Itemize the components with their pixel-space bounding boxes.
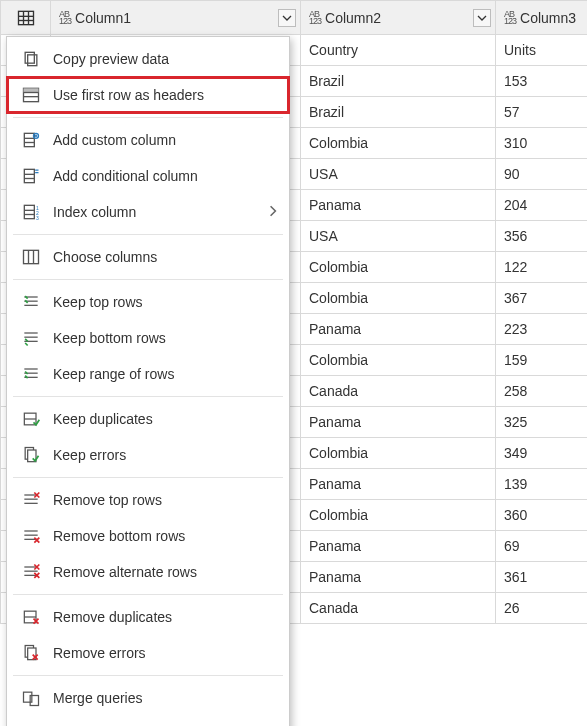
cell-col2[interactable]: Colombia — [301, 345, 496, 376]
keep-duplicates-icon — [21, 409, 41, 429]
cell-col2[interactable]: Canada — [301, 593, 496, 624]
menu-label: Index column — [53, 204, 255, 220]
column2-filter-dropdown[interactable] — [473, 9, 491, 27]
table-context-menu: Copy preview data Use first row as heade… — [6, 36, 290, 726]
menu-separator — [13, 594, 283, 595]
menu-label: Remove top rows — [53, 492, 279, 508]
cell-col2[interactable]: Panama — [301, 562, 496, 593]
column2-header[interactable]: AB123 Column2 — [301, 1, 496, 35]
cell-col3[interactable]: 26 — [496, 593, 588, 624]
cell-col3[interactable]: 361 — [496, 562, 588, 593]
cell-col3[interactable]: 204 — [496, 190, 588, 221]
svg-rect-5 — [28, 55, 37, 66]
column1-label: Column1 — [75, 10, 131, 26]
column3-header[interactable]: AB123 Column3 — [496, 1, 588, 35]
remove-errors-icon — [21, 643, 41, 663]
menu-remove-top-rows[interactable]: Remove top rows — [7, 482, 289, 518]
menu-label: Remove bottom rows — [53, 528, 279, 544]
cell-col3[interactable]: Units — [496, 35, 588, 66]
cell-col2[interactable]: Brazil — [301, 66, 496, 97]
promote-headers-icon — [21, 85, 41, 105]
menu-label: Use first row as headers — [53, 87, 279, 103]
cell-col3[interactable]: 69 — [496, 531, 588, 562]
svg-rect-11 — [24, 133, 34, 146]
menu-label: Copy preview data — [53, 51, 279, 67]
cell-col2[interactable]: Canada — [301, 376, 496, 407]
keep-bottom-rows-icon — [21, 328, 41, 348]
cell-col3[interactable]: 139 — [496, 469, 588, 500]
menu-append-queries[interactable]: Append queries — [7, 716, 289, 726]
menu-label: Keep duplicates — [53, 411, 279, 427]
column1-filter-dropdown[interactable] — [278, 9, 296, 27]
cell-col3[interactable]: 325 — [496, 407, 588, 438]
menu-label: Choose columns — [53, 249, 279, 265]
conditional-column-icon — [21, 166, 41, 186]
cell-col2[interactable]: Brazil — [301, 97, 496, 128]
menu-label: Keep top rows — [53, 294, 279, 310]
cell-col2[interactable]: USA — [301, 221, 496, 252]
menu-remove-errors[interactable]: Remove errors — [7, 635, 289, 671]
cell-col2[interactable]: Colombia — [301, 283, 496, 314]
menu-label: Remove errors — [53, 645, 279, 661]
svg-text:3: 3 — [36, 215, 39, 221]
cell-col3[interactable]: 57 — [496, 97, 588, 128]
menu-remove-bottom-rows[interactable]: Remove bottom rows — [7, 518, 289, 554]
cell-col3[interactable]: 122 — [496, 252, 588, 283]
cell-col3[interactable]: 258 — [496, 376, 588, 407]
menu-remove-duplicates[interactable]: Remove duplicates — [7, 599, 289, 635]
cell-col2[interactable]: Panama — [301, 314, 496, 345]
menu-choose-columns[interactable]: Choose columns — [7, 239, 289, 275]
menu-label: Remove duplicates — [53, 609, 279, 625]
menu-label: Add conditional column — [53, 168, 279, 184]
menu-keep-duplicates[interactable]: Keep duplicates — [7, 401, 289, 437]
menu-add-custom-column[interactable]: Add custom column — [7, 122, 289, 158]
cell-col2[interactable]: Panama — [301, 190, 496, 221]
submenu-chevron-icon — [267, 204, 279, 220]
cell-col3[interactable]: 356 — [496, 221, 588, 252]
menu-index-column[interactable]: 1 2 3 Index column — [7, 194, 289, 230]
svg-rect-15 — [24, 169, 34, 182]
cell-col2[interactable]: Colombia — [301, 500, 496, 531]
svg-rect-0 — [18, 11, 33, 24]
menu-keep-top-rows[interactable]: Keep top rows — [7, 284, 289, 320]
table-options-header[interactable] — [1, 1, 51, 35]
column1-header[interactable]: AB123 Column1 — [51, 1, 301, 35]
abc123-type-icon: AB123 — [309, 10, 321, 26]
svg-rect-18 — [24, 205, 34, 218]
menu-separator — [13, 396, 283, 397]
column3-label: Column3 — [520, 10, 576, 26]
menu-keep-range-rows[interactable]: Keep range of rows — [7, 356, 289, 392]
menu-copy-preview-data[interactable]: Copy preview data — [7, 41, 289, 77]
column2-label: Column2 — [325, 10, 381, 26]
abc123-type-icon: AB123 — [504, 10, 516, 26]
menu-use-first-row-as-headers[interactable]: Use first row as headers — [7, 77, 289, 113]
cell-col3[interactable]: 367 — [496, 283, 588, 314]
cell-col3[interactable]: 360 — [496, 500, 588, 531]
cell-col2[interactable]: Panama — [301, 469, 496, 500]
remove-duplicates-icon — [21, 607, 41, 627]
remove-bottom-rows-icon — [21, 526, 41, 546]
menu-merge-queries[interactable]: Merge queries — [7, 680, 289, 716]
cell-col2[interactable]: Panama — [301, 407, 496, 438]
cell-col2[interactable]: Colombia — [301, 252, 496, 283]
menu-keep-errors[interactable]: Keep errors — [7, 437, 289, 473]
cell-col3[interactable]: 310 — [496, 128, 588, 159]
cell-col3[interactable]: 90 — [496, 159, 588, 190]
menu-separator — [13, 117, 283, 118]
cell-col3[interactable]: 349 — [496, 438, 588, 469]
cell-col2[interactable]: Panama — [301, 531, 496, 562]
cell-col3[interactable]: 153 — [496, 66, 588, 97]
keep-errors-icon — [21, 445, 41, 465]
cell-col3[interactable]: 223 — [496, 314, 588, 345]
cell-col3[interactable]: 159 — [496, 345, 588, 376]
cell-col2[interactable]: USA — [301, 159, 496, 190]
cell-col2[interactable]: Colombia — [301, 438, 496, 469]
cell-col2[interactable]: Country — [301, 35, 496, 66]
menu-add-conditional-column[interactable]: Add conditional column — [7, 158, 289, 194]
cell-col2[interactable]: Colombia — [301, 128, 496, 159]
choose-columns-icon — [21, 247, 41, 267]
menu-keep-bottom-rows[interactable]: Keep bottom rows — [7, 320, 289, 356]
menu-remove-alternate-rows[interactable]: Remove alternate rows — [7, 554, 289, 590]
remove-top-rows-icon — [21, 490, 41, 510]
menu-label: Merge queries — [53, 690, 279, 706]
